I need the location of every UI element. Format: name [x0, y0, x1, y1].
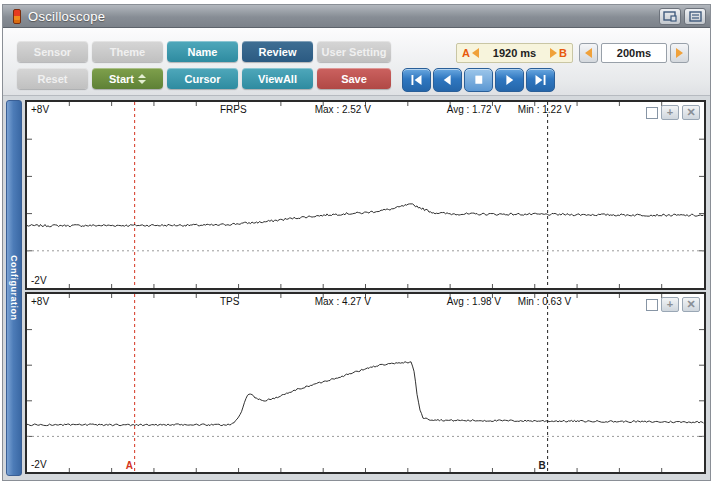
- viewall-button[interactable]: ViewAll: [242, 68, 313, 89]
- oscilloscope-window: Oscilloscope Sensor Theme Name Review Us…: [2, 4, 711, 481]
- reset-button[interactable]: Reset: [17, 68, 88, 89]
- close-x-icon: ✕: [686, 107, 695, 118]
- range-value: 1920 ms: [493, 47, 536, 59]
- stop-button[interactable]: [464, 68, 493, 92]
- interval-increase-button[interactable]: [670, 43, 689, 63]
- close-x-icon: ✕: [686, 299, 695, 310]
- frps-select-checkbox[interactable]: [646, 107, 658, 119]
- frps-y-max-label: +8V: [31, 104, 49, 115]
- window-layout-button[interactable]: [659, 8, 681, 25]
- tps-waveform-chart: [27, 294, 704, 472]
- range-right-arrow-icon: [550, 48, 557, 58]
- plus-icon: +: [667, 299, 673, 310]
- step-back-icon: [440, 73, 455, 87]
- play-icon: [502, 73, 517, 87]
- review-button[interactable]: Review: [242, 41, 313, 62]
- left-arrow-icon: [585, 48, 592, 58]
- cursor-a-label: A: [462, 47, 470, 59]
- configuration-label: Configuration: [9, 255, 19, 321]
- configuration-sidebar-tab[interactable]: Configuration: [6, 100, 22, 476]
- skip-to-end-icon: [533, 73, 548, 87]
- name-button[interactable]: Name: [167, 41, 238, 62]
- tps-y-max-label: +8V: [31, 296, 49, 307]
- tps-close-button[interactable]: ✕: [682, 297, 700, 312]
- frps-waveform-chart: [27, 102, 704, 288]
- list-lines-icon: [689, 11, 702, 22]
- tps-select-checkbox[interactable]: [646, 299, 658, 311]
- cursor-b-marker[interactable]: B: [539, 460, 546, 471]
- interval-decrease-button[interactable]: [579, 43, 598, 63]
- skip-to-end-button[interactable]: [526, 68, 555, 92]
- frps-zoom-plus-button[interactable]: +: [661, 105, 679, 120]
- scope-panel-tps: +8V -2V TPS Max : 4.27 V Avg : 1.98 V Mi…: [25, 292, 706, 474]
- window-title: Oscilloscope: [28, 9, 105, 24]
- range-left-arrow-icon: [472, 48, 479, 58]
- frps-y-min-label: -2V: [31, 275, 47, 286]
- user-setting-button[interactable]: User Setting: [317, 41, 391, 62]
- frps-avg-stat: Avg : 1.72 V: [447, 104, 501, 115]
- cursor-a-marker[interactable]: A: [126, 460, 133, 471]
- tps-y-min-label: -2V: [31, 459, 47, 470]
- main-area: Configuration +8V -2V FRPS Max : 2.52 V …: [3, 97, 710, 480]
- playback-controls: [402, 68, 555, 92]
- interval-selector: 200ms: [579, 43, 689, 63]
- plus-icon: +: [667, 107, 673, 118]
- step-back-button[interactable]: [433, 68, 462, 92]
- cursor-range-display: A 1920 ms B: [456, 43, 573, 63]
- theme-button[interactable]: Theme: [92, 41, 163, 62]
- cursor-button[interactable]: Cursor: [167, 68, 238, 89]
- sensor-button[interactable]: Sensor: [17, 41, 88, 62]
- frps-max-stat: Max : 2.52 V: [315, 104, 371, 115]
- interval-value: 200ms: [601, 43, 667, 63]
- save-button[interactable]: Save: [317, 68, 391, 89]
- tps-min-stat: Min : 0.63 V: [518, 296, 571, 307]
- meter-icon: [13, 9, 21, 24]
- tps-channel-name: TPS: [220, 296, 239, 307]
- skip-to-start-icon: [409, 73, 424, 87]
- start-spinner-icon: [138, 74, 146, 84]
- right-arrow-icon: [676, 48, 683, 58]
- cursor-b-label: B: [559, 47, 567, 59]
- tps-avg-stat: Avg : 1.98 V: [447, 296, 501, 307]
- frps-close-button[interactable]: ✕: [682, 105, 700, 120]
- tps-zoom-plus-button[interactable]: +: [661, 297, 679, 312]
- play-button[interactable]: [495, 68, 524, 92]
- toolbar: Sensor Theme Name Review User Setting Re…: [3, 28, 710, 96]
- scope-panel-frps: +8V -2V FRPS Max : 2.52 V Avg : 1.72 V M…: [25, 100, 706, 290]
- title-bar: Oscilloscope: [3, 5, 710, 28]
- frps-channel-name: FRPS: [220, 104, 247, 115]
- window-layout-icon: [663, 11, 677, 22]
- skip-to-start-button[interactable]: [402, 68, 431, 92]
- tps-max-stat: Max : 4.27 V: [315, 296, 371, 307]
- list-lines-button[interactable]: [684, 8, 706, 25]
- start-button[interactable]: Start: [92, 68, 163, 89]
- frps-min-stat: Min : 1.22 V: [518, 104, 571, 115]
- stop-icon: [471, 73, 486, 87]
